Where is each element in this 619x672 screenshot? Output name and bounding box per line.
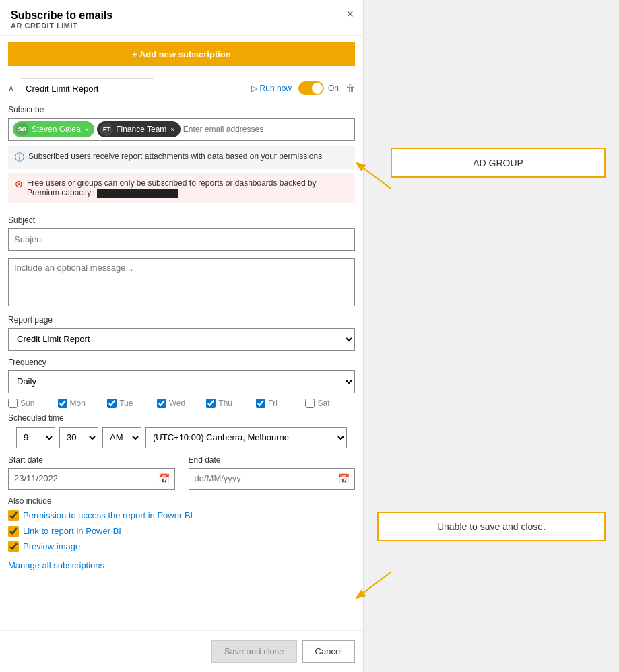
unable-save-label: Unable to save and close. [437,521,546,532]
also-include-label: Also include [8,496,355,506]
play-icon: ▷ [251,83,257,93]
subscriber-tag-ft[interactable]: FT Finance Team × [97,121,181,137]
info-message: Subscribed users receive report attachme… [28,152,322,161]
subscription-item: ∧ ▷ Run now On 🗑 Subscribe [0,73,363,209]
day-sun: Sun [8,399,58,408]
info-box: ⓘ Subscribed users receive report attach… [8,146,355,169]
subject-group: Subject [8,215,355,251]
add-subscription-button[interactable]: + Add new subscription [8,42,355,66]
day-wed-label: Wed [169,399,185,408]
start-date-label: Start date [8,455,175,465]
email-input[interactable] [183,125,350,134]
day-sun-label: Sun [20,399,34,408]
subscription-name-input[interactable] [20,78,154,98]
manage-subscriptions-link[interactable]: Manage all subscriptions [8,560,355,570]
info-icon: ⓘ [15,152,24,164]
subscription-header: ∧ ▷ Run now On 🗑 [8,78,355,98]
preview-checkbox[interactable] [8,541,19,552]
end-date-label: End date [189,455,356,465]
sg-remove-icon[interactable]: × [85,125,89,133]
checkbox-preview: Preview image [8,541,355,552]
day-mon-label: Mon [70,399,86,408]
subject-label: Subject [8,215,355,225]
permission-checkbox[interactable] [8,510,19,521]
modal-header: Subscribe to emails AR CREDIT LIMIT × [0,0,363,36]
permission-label[interactable]: Permission to access the report in Power… [23,510,193,520]
preview-label[interactable]: Preview image [23,541,80,551]
scheduled-time-label: Scheduled time [8,413,355,423]
frequency-label: Frequency [8,358,355,367]
day-sat: Sat [305,399,355,408]
ft-name: Finance Team [116,125,166,134]
start-date-wrapper: 📅 [8,468,175,490]
frequency-group: Frequency Daily Weekly Monthly [8,358,355,393]
start-date-input[interactable] [8,468,175,490]
subscription-actions: ▷ Run now On 🗑 [251,81,355,95]
day-thu-checkbox[interactable] [206,399,216,408]
redacted-content [97,189,178,198]
save-and-close-button[interactable]: Save and close [211,640,297,663]
day-sat-label: Sat [317,399,329,408]
day-fri-checkbox[interactable] [256,399,265,408]
day-sat-checkbox[interactable] [305,399,315,408]
scheduled-time-row: 9 30 AM PM (UTC+10:00) Canberra, Melbour… [16,427,347,448]
checkbox-link: Link to report in Power BI [8,526,355,537]
subscribe-label: Subscribe [8,105,355,114]
date-row: Start date 📅 End date 📅 [8,455,355,490]
cancel-button[interactable]: Cancel [302,640,355,663]
toggle-switch[interactable] [298,81,324,95]
svg-line-2 [364,572,391,593]
svg-line-0 [364,168,391,189]
day-mon: Mon [58,399,108,408]
day-sun-checkbox[interactable] [8,399,18,408]
ft-avatar: FT [100,123,113,136]
end-date-wrapper: 📅 [189,468,356,490]
delete-icon[interactable]: 🗑 [346,83,355,94]
report-page-group: Report page Credit Limit Report [8,315,355,351]
collapse-arrow-icon[interactable]: ∧ [8,83,14,93]
report-page-select[interactable]: Credit Limit Report [8,328,355,351]
subscribe-input-area[interactable]: SG Steven Galea × FT Finance Team × [8,118,355,141]
error-icon: ⊗ [15,178,23,189]
ft-remove-icon[interactable]: × [170,125,174,133]
message-textarea[interactable] [8,258,355,306]
end-date-group: End date 📅 [189,455,356,490]
error-box: ⊗ Free users or groups can only be subsc… [8,173,355,203]
report-page-label: Report page [8,315,355,325]
modal-close-button[interactable]: × [346,8,354,20]
start-date-group: Start date 📅 [8,455,175,490]
day-tue-checkbox[interactable] [107,399,117,408]
start-date-calendar-icon: 📅 [158,473,170,484]
end-date-calendar-icon: 📅 [338,473,350,484]
timezone-select[interactable]: (UTC+10:00) Canberra, Melbourne [145,427,347,448]
hour-select[interactable]: 9 [16,427,55,448]
subject-input[interactable] [8,228,355,251]
minute-select[interactable]: 30 [59,427,98,448]
toggle-wrapper: On [298,81,339,95]
subscriber-tag-sg[interactable]: SG Steven Galea × [13,121,94,137]
sg-name: Steven Galea [32,125,81,134]
run-now-button[interactable]: ▷ Run now [251,83,292,93]
day-wed-checkbox[interactable] [157,399,166,408]
end-date-input[interactable] [189,468,356,490]
unable-save-callout: Unable to save and close. [377,512,606,541]
message-group [8,258,355,308]
link-checkbox[interactable] [8,526,19,537]
day-wed: Wed [157,399,207,408]
day-thu-label: Thu [218,399,232,408]
day-mon-checkbox[interactable] [58,399,67,408]
day-fri-label: Fri [268,399,278,408]
day-fri: Fri [256,399,306,408]
days-row: Sun Mon Tue Wed Thu Fri [8,399,355,408]
ampm-select[interactable]: AM PM [102,427,141,448]
ad-group-label: AD GROUP [473,158,523,168]
run-now-label: Run now [260,83,292,93]
toggle-label: On [328,83,339,93]
also-include-section: Also include Permission to access the re… [8,496,355,552]
modal-panel: Subscribe to emails AR CREDIT LIMIT × + … [0,0,364,672]
ad-group-callout: AD GROUP [391,148,606,178]
frequency-select[interactable]: Daily Weekly Monthly [8,370,355,393]
day-tue: Tue [107,399,157,408]
day-thu: Thu [206,399,256,408]
link-label[interactable]: Link to report in Power BI [23,526,121,536]
